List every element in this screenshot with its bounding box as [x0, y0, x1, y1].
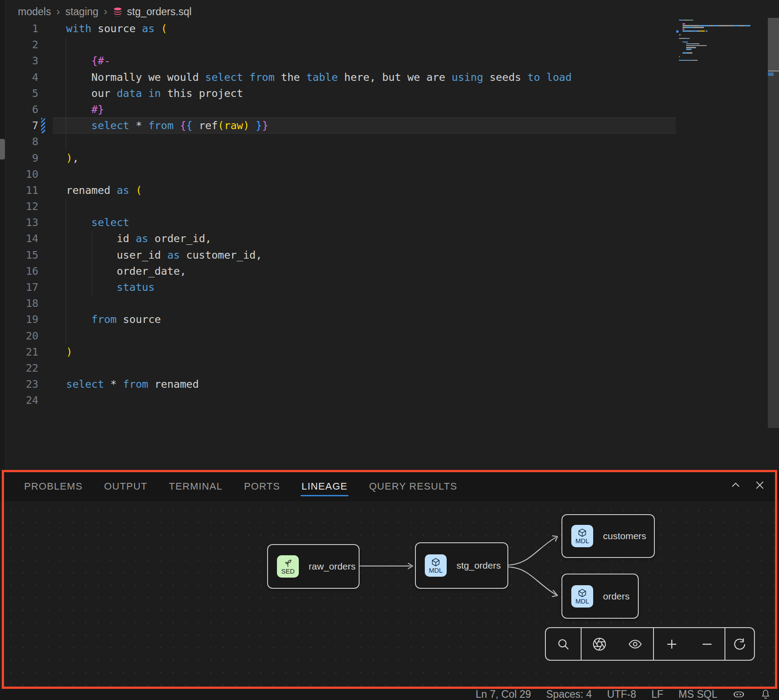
- tab-output[interactable]: OUTPUT: [104, 471, 147, 501]
- panel-tabs: PROBLEMSOUTPUTTERMINALPORTSLINEAGEQUERY …: [24, 471, 457, 501]
- code-line-12[interactable]: 12: [0, 198, 679, 214]
- line-number: 5: [0, 85, 38, 101]
- breadcrumb: models › staging › stg_orders.sql: [18, 4, 192, 20]
- line-number: 14: [0, 231, 38, 247]
- line-number: 8: [0, 134, 38, 150]
- code-line-19[interactable]: 19 from source: [0, 311, 679, 327]
- line-number: 3: [0, 53, 38, 69]
- tab-lineage[interactable]: LINEAGE: [302, 471, 348, 501]
- status-lf[interactable]: LF: [651, 688, 663, 700]
- code-line-14[interactable]: 14 id as order_id,: [0, 231, 679, 247]
- eye-icon[interactable]: [625, 634, 645, 654]
- code-line-5[interactable]: 5 our data in this project: [0, 85, 679, 101]
- code-line-4[interactable]: 4 Normally we would select from the tabl…: [0, 69, 679, 85]
- code-line-2[interactable]: 2: [0, 37, 679, 53]
- model-cube-icon: MDL: [571, 525, 593, 547]
- code-line-22[interactable]: 22: [0, 360, 679, 376]
- tab-problems[interactable]: PROBLEMS: [24, 471, 83, 501]
- line-number: 22: [0, 360, 38, 376]
- breadcrumb-item-models[interactable]: models: [18, 6, 51, 18]
- code-text: select * from renamed: [66, 376, 199, 392]
- code-text: from source: [66, 311, 161, 327]
- code-text: {#-: [66, 53, 110, 69]
- chevron-right-icon: ›: [104, 5, 107, 18]
- badge-label: MDL: [575, 538, 589, 544]
- close-icon[interactable]: [753, 478, 766, 492]
- code-text: with source as (: [66, 21, 167, 37]
- code-line-17[interactable]: 17 status: [0, 279, 679, 295]
- code-text: ): [66, 344, 72, 360]
- node-label: customers: [603, 531, 646, 541]
- status-ln-7[interactable]: Ln 7, Col 29: [476, 688, 531, 700]
- line-number: 9: [0, 150, 38, 166]
- code-line-6[interactable]: 6 #}: [0, 101, 679, 117]
- model-cube-icon: MDL: [571, 585, 593, 608]
- code-text: select: [66, 214, 129, 231]
- scrollbar-track[interactable]: [768, 18, 779, 428]
- line-number: 10: [0, 166, 38, 182]
- tab-terminal[interactable]: TERMINAL: [169, 471, 222, 501]
- line-number: 19: [0, 311, 38, 327]
- scrollbar-divider: [768, 71, 779, 71]
- code-line-9[interactable]: 9),: [0, 150, 679, 166]
- copilot-icon[interactable]: [733, 689, 745, 700]
- breadcrumb-item-staging[interactable]: staging: [65, 6, 98, 18]
- code-text: select * from {{ ref(raw) }}: [66, 117, 268, 134]
- code-line-24[interactable]: 24: [0, 392, 679, 408]
- code-text: ),: [66, 150, 79, 166]
- chevron-up-icon[interactable]: [729, 478, 742, 492]
- code-text: #}: [66, 101, 104, 117]
- code-line-18[interactable]: 18: [0, 295, 679, 311]
- code-line-3[interactable]: 3 {#-: [0, 53, 679, 69]
- line-number: 12: [0, 198, 38, 214]
- scrollbar-thumb[interactable]: [768, 18, 779, 71]
- toolbar-group: [725, 628, 754, 660]
- tab-ports[interactable]: PORTS: [244, 471, 280, 501]
- code-line-15[interactable]: 15 user_id as customer_id,: [0, 247, 679, 263]
- lineage-node-raw-orders[interactable]: SEDraw_orders: [267, 544, 360, 589]
- line-number: 20: [0, 328, 38, 344]
- line-number: 15: [0, 247, 38, 263]
- zoom-out-icon[interactable]: [697, 634, 717, 654]
- aperture-icon[interactable]: [590, 634, 609, 654]
- zoom-in-icon[interactable]: [662, 634, 682, 654]
- code-text: status: [66, 279, 155, 295]
- status-ms-sql[interactable]: MS SQL: [678, 688, 717, 700]
- line-number: 6: [0, 101, 38, 117]
- tab-query-results[interactable]: QUERY RESULTS: [369, 471, 457, 501]
- line-number: 2: [0, 37, 38, 53]
- line-number: 21: [0, 344, 38, 360]
- line-number: 1: [0, 21, 38, 37]
- toolbar-group: [653, 628, 725, 660]
- seed-icon: SED: [277, 555, 299, 578]
- code-line-7[interactable]: 7 select * from {{ ref(raw) }}: [0, 117, 679, 134]
- breadcrumb-file-label: stg_orders.sql: [127, 6, 191, 18]
- code-line-11[interactable]: 11renamed as (: [0, 182, 679, 198]
- toolbar-group: [581, 628, 653, 660]
- code-line-23[interactable]: 23select * from renamed: [0, 376, 679, 392]
- code-line-16[interactable]: 16 order_date,: [0, 263, 679, 279]
- code-line-13[interactable]: 13 select: [0, 214, 679, 231]
- code-text: user_id as customer_id,: [66, 247, 262, 263]
- search-icon[interactable]: [553, 634, 573, 654]
- lineage-node-customers[interactable]: MDLcustomers: [561, 514, 655, 558]
- status-spaces[interactable]: Spaces: 4: [546, 688, 592, 700]
- code-line-1[interactable]: 1with source as (: [0, 21, 679, 37]
- breadcrumb-item-file[interactable]: stg_orders.sql: [113, 6, 191, 18]
- code-line-21[interactable]: 21): [0, 344, 679, 360]
- code-line-20[interactable]: 20: [0, 328, 679, 344]
- minimap[interactable]: [679, 20, 766, 63]
- code-line-8[interactable]: 8: [0, 134, 679, 150]
- status-utf-8[interactable]: UTF-8: [607, 688, 636, 700]
- refresh-icon[interactable]: [730, 634, 750, 654]
- node-label: orders: [603, 591, 630, 602]
- lineage-node-orders[interactable]: MDLorders: [561, 574, 639, 619]
- badge-label: SED: [281, 568, 295, 574]
- code-line-10[interactable]: 10: [0, 166, 679, 182]
- toolbar-group: [546, 628, 581, 660]
- vscode-window: models › staging › stg_orders.sql 1wi: [0, 0, 779, 700]
- bell-icon[interactable]: [760, 689, 771, 700]
- editor-pane[interactable]: models › staging › stg_orders.sql 1wi: [0, 0, 779, 471]
- lineage-node-stg-orders[interactable]: MDLstg_orders: [415, 542, 508, 589]
- line-number: 4: [0, 69, 38, 85]
